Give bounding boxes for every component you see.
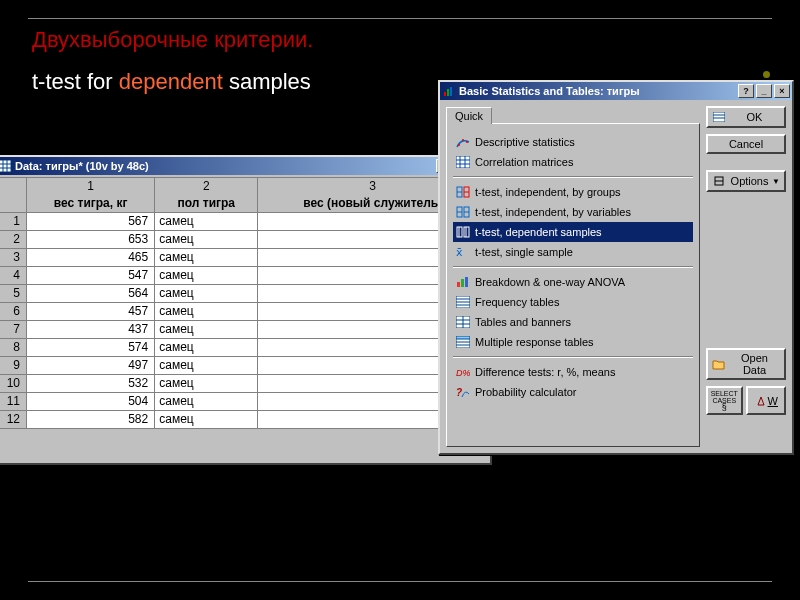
row-number[interactable]: 7 [0, 320, 27, 338]
table-row[interactable]: 1567самец589 [0, 212, 488, 230]
close-button[interactable]: × [774, 84, 790, 98]
row-number[interactable]: 11 [0, 392, 27, 410]
option-icon [455, 295, 471, 309]
cell-sex[interactable]: самец [155, 212, 258, 230]
options-button[interactable]: Options ▼ [706, 170, 786, 192]
tab-quick[interactable]: Quick [446, 107, 492, 124]
col-num[interactable]: 2 [155, 178, 258, 195]
option-label: Tables and banners [475, 316, 571, 328]
table-corner [0, 178, 27, 213]
stats-icon [442, 84, 456, 98]
cell-sex[interactable]: самец [155, 266, 258, 284]
cell-weight[interactable]: 504 [27, 392, 155, 410]
cell-weight[interactable]: 532 [27, 374, 155, 392]
row-number[interactable]: 10 [0, 374, 27, 392]
cell-sex[interactable]: самец [155, 392, 258, 410]
table-row[interactable]: 8574самец590 [0, 338, 488, 356]
table-row[interactable]: 4547самец567 [0, 266, 488, 284]
table-row[interactable]: 12582самец590 [0, 410, 488, 428]
select-cases-button[interactable]: SELECT CASES § [706, 386, 743, 415]
open-data-button[interactable]: Open Data [706, 348, 786, 380]
table-row[interactable]: 11504самец510 [0, 392, 488, 410]
analysis-option[interactable]: Frequency tables [453, 292, 693, 312]
cell-sex[interactable]: самец [155, 410, 258, 428]
row-number[interactable]: 3 [0, 248, 27, 266]
cell-sex[interactable]: самец [155, 356, 258, 374]
analysis-option[interactable]: Multiple response tables [453, 332, 693, 352]
svg-point-8 [458, 144, 460, 146]
col-name[interactable]: пол тигра [155, 194, 258, 212]
analysis-option[interactable]: ?Probability calculator [453, 382, 693, 402]
svg-rect-7 [450, 87, 452, 96]
cell-weight[interactable]: 653 [27, 230, 155, 248]
help-button[interactable]: ? [738, 84, 754, 98]
row-number[interactable]: 2 [0, 230, 27, 248]
cell-sex[interactable]: самец [155, 320, 258, 338]
table-row[interactable]: 9497самец501 [0, 356, 488, 374]
analysis-option[interactable]: x̄t-test, single sample [453, 242, 693, 262]
ok-button[interactable]: OK [706, 106, 786, 128]
table-row[interactable]: 6457самец438 [0, 302, 488, 320]
row-number[interactable]: 12 [0, 410, 27, 428]
cell-weight[interactable]: 465 [27, 248, 155, 266]
cell-weight[interactable]: 574 [27, 338, 155, 356]
cell-weight[interactable]: 564 [27, 284, 155, 302]
row-number[interactable]: 8 [0, 338, 27, 356]
cell-sex[interactable]: самец [155, 248, 258, 266]
analysis-option[interactable]: t-test, dependent samples [453, 222, 693, 242]
basic-statistics-dialog: Basic Statistics and Tables: тигры ? _ ×… [438, 80, 794, 455]
analysis-option[interactable]: D%Difference tests: r, %, means [453, 362, 693, 382]
cell-weight[interactable]: 437 [27, 320, 155, 338]
cell-weight[interactable]: 457 [27, 302, 155, 320]
option-label: Breakdown & one-way ANOVA [475, 276, 625, 288]
subtitle-highlight: dependent [119, 69, 223, 94]
data-window-title: Data: тигры* (10v by 48c) [15, 160, 434, 172]
dialog-titlebar[interactable]: Basic Statistics and Tables: тигры ? _ × [440, 82, 792, 100]
analysis-option[interactable]: Correlation matrices [453, 152, 693, 172]
cell-weight[interactable]: 582 [27, 410, 155, 428]
folder-open-icon [712, 357, 726, 371]
analysis-option[interactable]: Tables and banners [453, 312, 693, 332]
rollup-button[interactable]: _ [756, 84, 772, 98]
cell-sex[interactable]: самец [155, 230, 258, 248]
row-number[interactable]: 5 [0, 284, 27, 302]
option-label: Correlation matrices [475, 156, 573, 168]
analysis-option[interactable]: t-test, independent, by groups [453, 182, 693, 202]
row-number[interactable]: 6 [0, 302, 27, 320]
analysis-option[interactable]: Breakdown & one-way ANOVA [453, 272, 693, 292]
col-name[interactable]: вес тигра, кг [27, 194, 155, 212]
cell-sex[interactable]: самец [155, 302, 258, 320]
svg-point-10 [466, 141, 468, 143]
cell-weight[interactable]: 497 [27, 356, 155, 374]
cell-sex[interactable]: самец [155, 374, 258, 392]
svg-text:D%: D% [456, 368, 470, 378]
data-window-titlebar[interactable]: Data: тигры* (10v by 48c) _ □ × [0, 157, 490, 175]
data-window: Data: тигры* (10v by 48c) _ □ × 1 2 3 ве… [0, 155, 492, 465]
row-number[interactable]: 1 [0, 212, 27, 230]
option-label: Frequency tables [475, 296, 559, 308]
table-row[interactable]: 7437самец467 [0, 320, 488, 338]
subtitle-prefix: t-test for [32, 69, 119, 94]
row-number[interactable]: 4 [0, 266, 27, 284]
svg-rect-11 [456, 156, 470, 168]
row-number[interactable]: 9 [0, 356, 27, 374]
table-row[interactable]: 10532самец523 [0, 374, 488, 392]
cancel-button[interactable]: Cancel [706, 134, 786, 154]
table-row[interactable]: 5564самец598 [0, 284, 488, 302]
cell-sex[interactable]: самец [155, 338, 258, 356]
option-label: Probability calculator [475, 386, 577, 398]
table-row[interactable]: 2653самец645 [0, 230, 488, 248]
svg-point-9 [462, 139, 464, 141]
cell-weight[interactable]: 547 [27, 266, 155, 284]
cell-weight[interactable]: 567 [27, 212, 155, 230]
open-data-label: Open Data [729, 352, 780, 376]
table-row[interactable]: 3465самец498 [0, 248, 488, 266]
weighted-button[interactable]: W [746, 386, 787, 415]
cell-sex[interactable]: самец [155, 284, 258, 302]
analysis-option[interactable]: Descriptive statistics [453, 132, 693, 152]
analysis-option[interactable]: t-test, independent, by variables [453, 202, 693, 222]
col-num[interactable]: 1 [27, 178, 155, 195]
data-table[interactable]: 1 2 3 вес тигра, кг пол тигра вес (новый… [0, 177, 488, 429]
decorative-dot [763, 71, 770, 78]
svg-rect-30 [461, 279, 464, 287]
